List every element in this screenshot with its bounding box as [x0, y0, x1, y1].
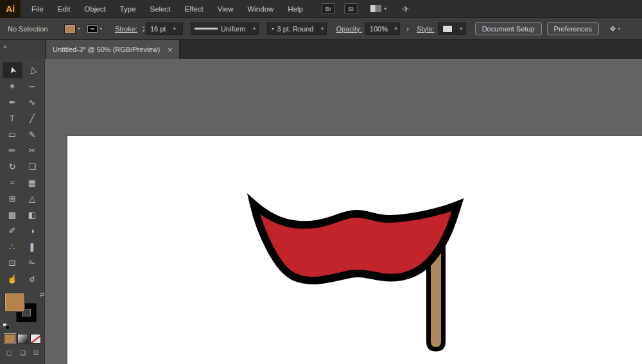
menu-help[interactable]: Help [281, 0, 310, 18]
stroke-weight-value[interactable]: 16 pt [146, 23, 169, 34]
slice-tool-icon: ✁ [29, 258, 36, 268]
shaper-tool[interactable]: ✏ [3, 143, 22, 159]
recolor-chevron-icon[interactable]: ▾ [618, 26, 621, 31]
perspective-grid-tool[interactable]: △ [22, 191, 42, 207]
selection-tool[interactable]: ➤ [3, 62, 22, 78]
opacity-more-chevron[interactable]: › [406, 24, 409, 33]
blend-tool[interactable]: ◑ [22, 223, 42, 239]
control-bar: No Selection ▾ ▾ Stroke: ▴ ▾ 16 pt ▾ Uni… [0, 18, 642, 40]
magic-wand-tool[interactable]: ✶ [3, 78, 22, 94]
brush-definition-dropdown[interactable]: • 3 pt. Round ▾ [267, 22, 327, 35]
direct-selection-tool[interactable]: ▷ [22, 62, 42, 78]
stock-button[interactable]: St [344, 3, 358, 14]
pen-tool[interactable]: ✒ [3, 94, 22, 110]
fill-color-control[interactable]: ▾ [64, 24, 80, 33]
menu-edit[interactable]: Edit [51, 0, 78, 18]
eyedropper-tool-icon: ✐ [9, 226, 16, 236]
illustrator-window: Ai FileEditObjectTypeSelectEffectViewWin… [0, 0, 642, 364]
type-tool[interactable]: T [3, 110, 22, 126]
draw-inside-icon[interactable]: ⊡ [33, 349, 39, 356]
none-button[interactable] [30, 334, 41, 343]
column-graph-tool[interactable]: ❚ [22, 239, 42, 255]
swap-fill-stroke-icon[interactable]: ⇄ [39, 291, 44, 298]
mesh-tool[interactable]: ▩ [3, 207, 22, 223]
lasso-tool-icon: ∽ [29, 82, 36, 91]
type-tool-icon: T [10, 114, 15, 123]
fill-color-swatch[interactable] [64, 24, 76, 33]
menu-type[interactable]: Type [113, 0, 143, 18]
free-transform-tool[interactable]: ▦ [22, 175, 42, 191]
style-dropdown[interactable]: ▾ [438, 22, 466, 35]
pen-tool-icon: ✒ [9, 98, 16, 107]
lasso-tool[interactable]: ∽ [22, 78, 42, 94]
stroke-chevron-icon[interactable]: ▾ [100, 26, 103, 31]
width-tool-icon: ≈ [10, 178, 14, 187]
opacity-panel-link[interactable]: Opacity: [336, 25, 361, 33]
mesh-tool-icon: ▩ [8, 210, 16, 220]
slice-tool[interactable]: ✁ [22, 255, 42, 271]
brush-definition-value[interactable]: 3 pt. Round [277, 25, 314, 33]
menu-view[interactable]: View [211, 0, 241, 18]
document-setup-button[interactable]: Document Setup [475, 22, 542, 35]
opacity-field[interactable]: 100% ▾ [365, 22, 400, 35]
workspace-chevron-icon[interactable]: ▾ [384, 6, 386, 12]
zoom-tool[interactable]: ☌ [22, 271, 42, 287]
tab-bar: « Untitled-3* @ 50% (RGB/Preview) × [0, 40, 642, 59]
menu-file[interactable]: File [24, 0, 51, 18]
draw-normal-icon[interactable]: ▢ [6, 349, 12, 356]
style-chevron-icon[interactable]: ▾ [456, 23, 465, 34]
width-profile-chevron-icon[interactable]: ▾ [249, 23, 258, 34]
stroke-weight-dropdown-icon[interactable]: ▾ [169, 23, 178, 34]
stroke-color-control[interactable]: ▾ [87, 24, 103, 33]
style-panel-link[interactable]: Style: [417, 25, 435, 33]
stepper-down-icon[interactable]: ▾ [143, 29, 144, 33]
stroke-color-swatch[interactable] [87, 24, 98, 33]
menu-window[interactable]: Window [240, 0, 281, 18]
tab-close-icon[interactable]: × [168, 45, 173, 55]
width-profile-dropdown[interactable]: Uniform ▾ [191, 22, 259, 35]
stroke-panel-link[interactable]: Stroke: [115, 25, 137, 33]
stroke-weight-field[interactable]: 16 pt ▾ [146, 22, 183, 35]
canvas-pasteboard[interactable] [45, 59, 642, 364]
opacity-chevron-icon[interactable]: ▾ [392, 23, 399, 34]
curvature-tool[interactable]: ∿ [22, 94, 42, 110]
menu-object[interactable]: Object [77, 0, 112, 18]
fill-stroke-indicator: ⇄ [4, 293, 42, 329]
gradient-button[interactable] [17, 334, 28, 343]
paintbrush-tool[interactable]: ✎ [22, 126, 42, 143]
gradient-tool[interactable]: ◧ [22, 207, 42, 223]
scissors-tool[interactable]: ✂ [22, 143, 42, 159]
brush-chevron-icon[interactable]: ▾ [317, 23, 326, 34]
stroke-weight-stepper[interactable]: ▴ ▾ [143, 25, 144, 33]
draw-behind-icon[interactable]: ❏ [20, 349, 26, 356]
default-fill-stroke-icon[interactable] [3, 323, 10, 330]
document-tab[interactable]: Untitled-3* @ 50% (RGB/Preview) × [46, 40, 180, 59]
scale-tool[interactable]: ❏ [22, 159, 42, 175]
rectangle-tool[interactable]: ▭ [3, 126, 22, 143]
rotate-tool[interactable]: ↻ [3, 159, 22, 175]
fill-chevron-icon[interactable]: ▾ [78, 26, 80, 31]
bridge-button[interactable]: Br [322, 3, 335, 14]
line-segment-tool[interactable]: ╱ [22, 110, 42, 126]
width-tool[interactable]: ≈ [3, 175, 22, 191]
artboard-tool[interactable]: ⊡ [3, 255, 22, 271]
rectangle-tool-icon: ▭ [8, 130, 16, 139]
width-profile-value[interactable]: Uniform [221, 23, 250, 34]
eyedropper-tool[interactable]: ✐ [3, 223, 22, 239]
panel-collapse-button[interactable]: « [3, 42, 7, 50]
shape-builder-tool[interactable]: ⊞ [3, 191, 22, 207]
menu-effect[interactable]: Effect [178, 0, 211, 18]
hand-tool[interactable]: ☝ [3, 271, 22, 287]
symbol-sprayer-tool[interactable]: ∴ [3, 239, 22, 255]
selection-status: No Selection [8, 25, 55, 33]
menu-bar: Ai FileEditObjectTypeSelectEffectViewWin… [0, 0, 642, 18]
perspective-grid-tool-icon: △ [29, 194, 35, 204]
workspace-switcher-icon[interactable] [370, 5, 381, 12]
preferences-button[interactable]: Preferences [547, 22, 599, 35]
color-button[interactable] [4, 334, 15, 343]
menu-select[interactable]: Select [143, 0, 178, 18]
recolor-artwork-icon[interactable]: ❖ [609, 24, 616, 33]
opacity-value[interactable]: 100% [366, 23, 392, 34]
share-icon[interactable]: ✈ [401, 3, 410, 14]
fill-indicator[interactable] [4, 293, 25, 312]
